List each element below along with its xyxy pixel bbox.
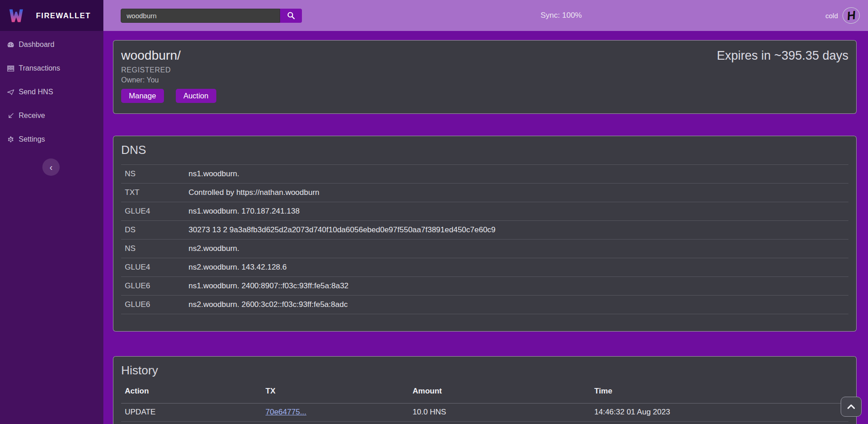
app-title: FIREWALLET bbox=[36, 11, 91, 20]
sidebar-item-settings[interactable]: Settings bbox=[0, 133, 103, 146]
chevron-up-icon bbox=[847, 404, 855, 409]
scroll-to-top-button[interactable] bbox=[841, 397, 862, 417]
sidebar: FIREWALLET Dashboard Transactions Send H… bbox=[0, 0, 103, 424]
gauge-icon bbox=[7, 41, 15, 49]
dns-record-value: 30273 13 2 9a3a8fb3d625d2a2073d740f10da6… bbox=[185, 221, 848, 240]
dns-record-value: ns1.woodburn. 170.187.241.138 bbox=[185, 202, 848, 221]
sync-status: Sync: 100% bbox=[541, 0, 582, 31]
dns-card: DNS NS ns1.woodburn. TXT Controlled by h… bbox=[113, 136, 857, 332]
dns-record-type: GLUE6 bbox=[121, 277, 185, 296]
history-table: Action TX Amount Time UPDATE 70e64775...… bbox=[121, 380, 848, 424]
history-amount: 10.0 HNS bbox=[409, 421, 591, 424]
sidebar-item-label: Send HNS bbox=[19, 88, 53, 96]
dns-record-value: ns2.woodburn. bbox=[185, 240, 848, 258]
domain-status: REGISTERED bbox=[121, 66, 216, 74]
expiry-info: Expires in ~395.35 days bbox=[717, 48, 848, 106]
history-col-time: Time bbox=[591, 380, 848, 403]
history-col-amount: Amount bbox=[409, 380, 591, 403]
history-col-action: Action bbox=[121, 380, 262, 403]
sidebar-item-transactions[interactable]: Transactions bbox=[0, 62, 103, 75]
search-icon bbox=[287, 11, 295, 20]
manage-button[interactable]: Manage bbox=[121, 89, 164, 103]
send-icon bbox=[7, 88, 15, 96]
history-row: UPDATE 70e64775... 10.0 HNS 14:46:32 01 … bbox=[121, 403, 848, 421]
search-button[interactable] bbox=[280, 9, 302, 23]
history-time: 14:46:32 01 Aug 2023 bbox=[591, 403, 848, 421]
firewallet-logo-icon bbox=[8, 8, 24, 24]
dns-section-title: DNS bbox=[121, 143, 848, 156]
dns-record-value: ns2.woodburn. 143.42.128.6 bbox=[185, 258, 848, 277]
history-action: RENEW bbox=[121, 421, 262, 424]
history-card: History Action TX Amount Time UPDATE 70e… bbox=[113, 356, 857, 424]
history-amount: 10.0 HNS bbox=[409, 403, 591, 421]
sidebar-item-send-hns[interactable]: Send HNS bbox=[0, 86, 103, 98]
domain-card: woodburn/ REGISTERED Owner: You Manage A… bbox=[113, 40, 857, 114]
main-content: woodburn/ REGISTERED Owner: You Manage A… bbox=[103, 31, 868, 424]
sidebar-item-label: Dashboard bbox=[19, 41, 54, 49]
handshake-logo-icon[interactable]: H bbox=[842, 6, 861, 25]
search-input[interactable] bbox=[121, 9, 280, 23]
app-logo[interactable]: FIREWALLET bbox=[0, 0, 103, 31]
dns-record-row: NS ns1.woodburn. bbox=[121, 165, 848, 184]
sidebar-item-label: Transactions bbox=[19, 64, 60, 72]
table-icon bbox=[7, 65, 15, 72]
history-section-title: History bbox=[121, 364, 848, 377]
dns-record-row: TXT Controlled by https://nathan.woodbur… bbox=[121, 184, 848, 202]
dns-record-type: TXT bbox=[121, 184, 185, 202]
dns-record-value: ns1.woodburn. bbox=[185, 165, 848, 184]
dns-record-value: ns2.woodburn. 2600:3c02::f03c:93ff:fe5a:… bbox=[185, 296, 848, 314]
dns-record-row: NS ns2.woodburn. bbox=[121, 240, 848, 258]
domain-actions: Manage Auction bbox=[121, 89, 216, 103]
history-header-row: Action TX Amount Time bbox=[121, 380, 848, 403]
auction-button[interactable]: Auction bbox=[176, 89, 216, 103]
dns-record-row: GLUE4 ns2.woodburn. 143.42.128.6 bbox=[121, 258, 848, 277]
dns-record-row: GLUE6 ns2.woodburn. 2600:3c02::f03c:93ff… bbox=[121, 296, 848, 314]
gear-icon bbox=[7, 136, 15, 143]
dns-record-value: ns1.woodburn. 2400:8907::f03c:93ff:fe5a:… bbox=[185, 277, 848, 296]
search-bar bbox=[121, 9, 302, 23]
history-col-tx: TX bbox=[262, 380, 409, 403]
history-row: RENEW d77b4c1... 10.0 HNS 15:47:06 07 Ju… bbox=[121, 421, 848, 424]
dns-record-type: NS bbox=[121, 165, 185, 184]
arrow-down-left-icon bbox=[7, 112, 15, 120]
dns-record-type: GLUE4 bbox=[121, 258, 185, 277]
wallet-indicator: cold H bbox=[825, 0, 860, 31]
dns-record-type: GLUE6 bbox=[121, 296, 185, 314]
tx-hash-link[interactable]: 70e64775... bbox=[266, 408, 306, 416]
dns-record-type: NS bbox=[121, 240, 185, 258]
top-bar: Sync: 100% cold H bbox=[103, 0, 868, 31]
dns-records-table: NS ns1.woodburn. TXT Controlled by https… bbox=[121, 164, 848, 314]
dns-record-value: Controlled by https://nathan.woodburn bbox=[185, 184, 848, 202]
dns-record-row: GLUE6 ns1.woodburn. 2400:8907::f03c:93ff… bbox=[121, 277, 848, 296]
wallet-name: cold bbox=[825, 12, 838, 20]
sidebar-item-dashboard[interactable]: Dashboard bbox=[0, 38, 103, 51]
sidebar-item-label: Settings bbox=[19, 135, 45, 143]
domain-info: woodburn/ REGISTERED Owner: You Manage A… bbox=[121, 48, 216, 106]
dns-record-type: GLUE4 bbox=[121, 202, 185, 221]
dns-record-row: DS 30273 13 2 9a3a8fb3d625d2a2073d740f10… bbox=[121, 221, 848, 240]
sidebar-nav: Dashboard Transactions Send HNS Receive … bbox=[0, 31, 103, 146]
sidebar-item-label: Receive bbox=[19, 112, 45, 120]
sidebar-collapse-button[interactable]: ‹ bbox=[42, 158, 60, 176]
domain-owner: Owner: You bbox=[121, 76, 216, 84]
sidebar-item-receive[interactable]: Receive bbox=[0, 109, 103, 122]
history-action: UPDATE bbox=[121, 403, 262, 421]
domain-name: woodburn/ bbox=[121, 48, 216, 63]
history-time: 15:47:06 07 Jul 2023 bbox=[591, 421, 848, 424]
dns-record-row: GLUE4 ns1.woodburn. 170.187.241.138 bbox=[121, 202, 848, 221]
dns-record-type: DS bbox=[121, 221, 185, 240]
